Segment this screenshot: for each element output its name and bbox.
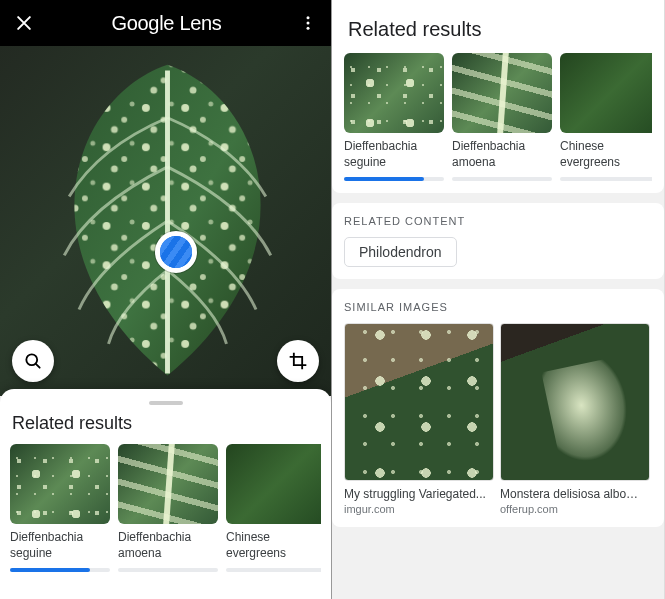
svg-point-1 [306,22,309,25]
similar-card[interactable]: Monstera delisiosa albo… offerup.com [500,323,650,515]
result-label: Dieffenbachia seguine [10,530,110,562]
search-button[interactable] [12,340,54,382]
confidence-bar [452,177,552,181]
result-label: Dieffenbachia seguine [344,139,444,171]
result-thumb [452,53,552,133]
results-sheet[interactable]: Related results Dieffenbachia seguine Di… [0,389,331,599]
lens-header: Google Lens [0,0,331,46]
confidence-bar [226,568,321,572]
sheet-handle[interactable] [149,401,183,405]
confidence-bar [118,568,218,572]
similar-source: imgur.com [344,503,494,515]
similar-thumb [500,323,650,481]
result-card[interactable]: Chinese evergreens [226,444,321,572]
result-card[interactable]: Dieffenbachia seguine [344,53,444,181]
result-card[interactable]: Chinese evergreens [560,53,652,181]
result-thumb [560,53,652,133]
result-card[interactable]: Dieffenbachia amoena [452,53,552,181]
more-vert-icon[interactable] [299,14,317,32]
result-label: Chinese evergreens [226,530,321,562]
result-thumb [118,444,218,524]
section-label: RELATED CONTENT [344,215,652,227]
result-thumb [344,53,444,133]
crop-button[interactable] [277,340,319,382]
results-screen: Related results Dieffenbachia seguine Di… [332,0,664,599]
sheet-title: Related results [12,413,319,434]
svg-point-2 [306,27,309,30]
result-label: Dieffenbachia amoena [452,139,552,171]
related-results-section: Related results Dieffenbachia seguine Di… [332,0,664,193]
related-content-section: RELATED CONTENT Philodendron [332,203,664,279]
confidence-bar [10,568,110,572]
result-card[interactable]: Dieffenbachia seguine [10,444,110,572]
similar-source: offerup.com [500,503,650,515]
confidence-bar [344,177,444,181]
result-label: Dieffenbachia amoena [118,530,218,562]
similar-thumb [344,323,494,481]
section-title: Related results [348,18,652,41]
lens-screen: Google Lens [0,0,332,599]
svg-point-0 [306,16,309,19]
similar-card[interactable]: My struggling Variegated... imgur.com [344,323,494,515]
result-thumb [226,444,321,524]
result-card[interactable]: Dieffenbachia amoena [118,444,218,572]
result-card-row: Dieffenbachia seguine Dieffenbachia amoe… [10,444,321,572]
focus-marker[interactable] [155,231,197,273]
subject-leaf [20,56,315,386]
similar-caption: Monstera delisiosa albo… [500,487,650,501]
confidence-bar [560,177,652,181]
camera-viewport[interactable] [0,46,331,396]
result-label: Chinese evergreens [560,139,652,171]
section-label: SIMILAR IMAGES [344,301,652,313]
related-chip[interactable]: Philodendron [344,237,457,267]
app-title: Google Lens [111,12,221,35]
close-icon[interactable] [14,13,34,33]
result-card-row: Dieffenbachia seguine Dieffenbachia amoe… [344,53,652,181]
similar-caption: My struggling Variegated... [344,487,494,501]
result-thumb [10,444,110,524]
similar-row: My struggling Variegated... imgur.com Mo… [344,323,652,515]
similar-images-section: SIMILAR IMAGES My struggling Variegated.… [332,289,664,527]
